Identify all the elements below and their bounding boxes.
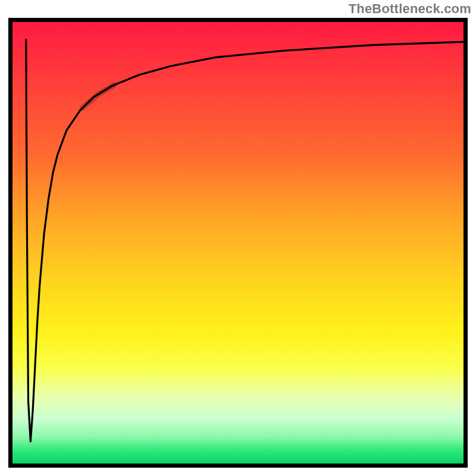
chart-plot-area <box>8 18 468 468</box>
chart-line-notch <box>82 85 114 108</box>
chart-curve-svg <box>12 22 464 464</box>
attribution-label: TheBottleneck.com <box>349 1 471 17</box>
